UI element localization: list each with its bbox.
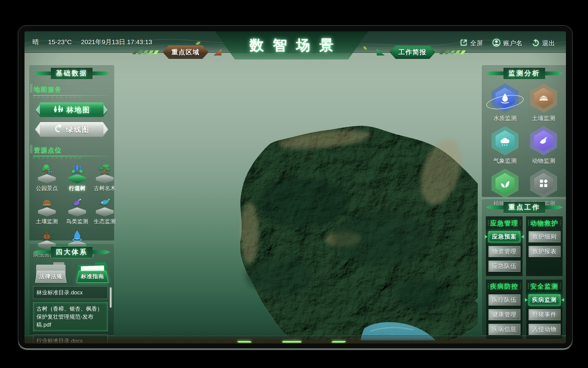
work-button[interactable]: 物资管理 [488,246,520,257]
section-dashes [33,97,81,98]
title-dash-center [282,341,301,343]
work-button[interactable]: 疾病信息 [488,324,520,335]
monitor-analysis-header: 监测分析 [486,69,563,78]
folder-laws[interactable]: 法律法规 [36,262,66,283]
stripe-decoration [488,283,489,289]
work-card-header: 疾病防控 [488,282,521,291]
map-layer-buttons: 林地图 绿线图 [33,102,110,137]
banner-wing [33,250,51,254]
four-systems-title: 四大体系 [51,246,92,258]
map-button-forest[interactable]: 林地图 [35,102,108,117]
section-dashes [33,158,81,158]
logout-label: 退出 [542,39,555,48]
banner-wing [33,71,51,75]
work-button[interactable]: 健康管理 [488,309,520,320]
tick-mark [148,50,154,54]
right-tick-marks [440,50,465,54]
weather-cube-icon [492,126,518,155]
page-title: 数智场景 [240,36,343,55]
resource-item-park[interactable]: 公园景点 [36,163,58,192]
monitor-grid: 水质监测 土壤监测 气象监测 动物监测 [486,83,563,208]
title-dash-left [237,341,252,343]
monitor-item-label: 气象监测 [493,157,517,165]
stripe-decoration [560,220,561,226]
monitor-item-animal[interactable]: 动物监测 [524,126,563,165]
base-data-title: 基础数据 [51,67,92,79]
park-icon [36,163,58,183]
monitor-item-soilcube[interactable]: 土壤监测 [524,83,563,122]
monitor-item-water[interactable]: 水质监测 [486,83,524,122]
button-gem-decoration [104,125,108,134]
document-item[interactable]: 古树（香樟、银杏、枫香）保护复壮管理规范-发布稿.pdf [33,302,108,331]
button-gem-decoration [104,105,108,115]
document-item[interactable]: 林业标准目录.docx [33,286,108,299]
tick-mark [153,50,159,54]
stripe-decoration [560,283,561,289]
resource-item-bird[interactable]: 鸟类监测 [66,196,88,225]
work-button[interactable]: 救护报表 [529,246,560,257]
map-button-label: 绿线图 [66,125,90,134]
resource-item-soil[interactable]: 土壤监测 [36,196,58,225]
four-systems-header: 四大体系 [33,247,110,257]
key-work-header: 重点工作 [486,203,563,212]
work-button[interactable]: 野猪事件 [529,309,560,320]
button-gem-decoration [36,105,40,115]
map-button-greenline[interactable]: 绿线图 [35,122,108,137]
banner-wing [486,205,503,209]
folder-label: 法律法规 [35,271,66,283]
soilcube-cube-icon [530,83,557,113]
work-button[interactable]: 疾病监测 [529,294,560,305]
resource-item-ancient_tree[interactable]: 古树名木 [94,163,116,192]
other-cube-icon [530,169,557,198]
scrollbar[interactable] [110,287,111,308]
banner-wing [92,250,110,254]
work-card: 应急管理 应急预案物资管理应急队伍 [486,216,523,276]
power-icon [532,39,540,48]
key-work-title: 重点工作 [503,201,545,213]
button-gem-decoration [36,125,40,134]
map-button-label: 林地图 [66,105,90,115]
work-card: 安全监测 疾病监测野猪事件入侵动物 [526,279,563,339]
terrain-3d-map[interactable] [172,80,478,340]
banner-wing [545,205,563,209]
folder-standards[interactable]: 标准指南 [78,262,107,283]
work-button[interactable]: 医疗队伍 [488,294,520,305]
logout-button[interactable]: 退出 [532,39,555,48]
tick-mark [138,50,143,54]
resource-item-label: 行道树 [69,185,85,192]
resource-item-street_tree[interactable]: 行道树 [66,163,88,192]
icon-platform [96,174,114,183]
animal-cube-icon [530,126,557,155]
work-card-title: 安全监测 [530,282,559,291]
monitor-item-label: 动物监测 [532,157,555,165]
account-button[interactable]: 账户名 [492,38,522,48]
monitor-item-weather[interactable]: 气象监测 [486,126,524,165]
hot-region-button[interactable]: 重点区域 [163,45,209,59]
work-button[interactable]: 救护细则 [529,231,560,242]
soil-icon [36,196,58,217]
monitor-bezel: 晴 15-23°C 2021年9月13日 17:43:13 重点区域 数智场景 … [18,25,573,350]
stripe-decoration [488,220,489,226]
base-data-header: 基础数据 [33,69,110,78]
eco-icon [94,196,116,217]
fullscreen-label: 全屏 [470,39,483,48]
folder-tabs: 法律法规 标准指南 [33,262,110,283]
resource-points-label: 资源点位 [34,146,110,155]
work-button[interactable]: 应急预案 [488,231,520,242]
fullscreen-button[interactable]: 全屏 [460,39,483,48]
icon-platform [68,207,86,217]
green-line-map-icon [54,124,63,135]
bird-icon [66,196,88,217]
resource-item-eco[interactable]: 生态监测 [94,196,116,225]
resource-item-label: 古树名木 [94,185,116,192]
weather-label: 晴 [32,38,39,46]
user-icon [492,38,501,48]
work-button[interactable]: 入侵动物 [529,324,560,335]
work-report-button[interactable]: 工作简报 [390,45,435,59]
work-button[interactable]: 应急队伍 [488,261,520,272]
monitor-analysis-panel: 监测分析 水质监测 土壤监测 气象监测 [482,65,566,197]
monitor-item-label: 土壤监测 [532,114,555,122]
four-systems-panel: 四大体系 法律法规 标准指南 林业标准目录.docx古树（香樟、银杏、枫香）保护… [29,244,114,335]
tick-mark [455,50,461,54]
plant-cube-icon [492,169,518,198]
